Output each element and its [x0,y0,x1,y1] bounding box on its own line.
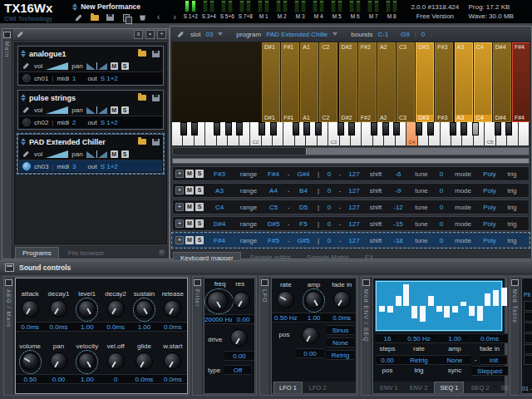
save-icon[interactable] [106,13,115,22]
seq-step[interactable] [396,296,401,306]
black-key[interactable] [259,122,265,135]
zone-c3[interactable]: C3C3 [397,42,415,122]
zone-note[interactable]: F#4 [205,237,234,244]
attack-knob[interactable] [22,299,39,320]
volume-fader[interactable] [46,106,68,114]
shift-value[interactable]: -9 [388,187,408,195]
black-key[interactable] [393,122,400,135]
volume-fader[interactable] [46,62,68,70]
modtable-vertical-tab[interactable]: Mod Table [510,277,520,395]
velocity-knob[interactable] [78,352,96,372]
trig-value[interactable]: Normal [523,170,530,178]
trig-value[interactable]: Retrig [400,355,438,365]
freq-knob[interactable] [209,291,229,312]
mute-button[interactable]: M [111,150,118,158]
lfo-sync-value[interactable]: None [327,337,354,347]
vel-high[interactable]: 127 [345,220,363,228]
solo-button[interactable]: S [121,106,129,114]
lfo-tab[interactable]: LFO 1 [273,382,303,393]
zone-row[interactable]: +MSF#3rangeF#4-G#4|0-127shift-6tune0mode… [172,166,530,181]
range-low[interactable]: A4 [264,187,283,195]
shift-value[interactable]: -12 [388,204,408,211]
modtable-row[interactable] [524,323,532,332]
next-icon[interactable]: › [170,13,179,22]
w.start-value[interactable]: 0.0ms [159,374,187,384]
fade-in-knob[interactable] [333,290,351,311]
save-icon[interactable] [150,50,160,58]
zone-solo-button[interactable]: S [195,203,204,211]
solo-button[interactable]: S [121,62,129,70]
pan-control[interactable] [86,106,107,114]
black-key[interactable] [225,122,232,135]
zone-mute-button[interactable]: M [185,203,194,211]
black-key[interactable] [348,122,355,135]
modtable-entry[interactable]: Pit [524,292,530,298]
zone-row[interactable]: +MSF#4rangeF#5-G#5|0-127shift-18tune0mod… [172,233,530,248]
w.start-knob[interactable] [164,352,181,372]
vel-low[interactable]: 0 [323,237,335,244]
output-value[interactable]: S 1+2 [101,75,118,82]
black-key[interactable] [416,122,422,135]
range-low[interactable]: F#5 [264,237,283,244]
range-high[interactable]: G#4 [293,170,313,178]
dot-icon[interactable]: • [145,30,155,39]
black-key[interactable] [472,122,479,135]
level1-knob[interactable] [78,299,96,320]
midi-channel-value[interactable]: 3 [72,163,76,170]
folder-icon[interactable] [137,138,147,146]
res-knob[interactable] [233,291,250,312]
black-key[interactable] [495,122,501,135]
vel-high[interactable]: 127 [345,187,363,195]
seq-step[interactable] [485,293,490,306]
programs-tab[interactable]: Programs [15,247,59,259]
pan-value[interactable]: 0.00 [44,374,72,384]
shift-value[interactable]: -15 [388,220,408,228]
seq-step[interactable] [379,306,385,312]
zone-note[interactable]: D#4 [205,220,234,228]
seq-step[interactable] [501,288,507,306]
sustain-knob[interactable] [135,299,153,320]
black-key[interactable] [214,122,220,135]
seq-step[interactable] [411,306,417,318]
copy-icon[interactable] [122,13,131,22]
filter-vertical-tab[interactable]: Filter [193,277,203,395]
modtable-row[interactable] [524,344,532,354]
zone-mute-button[interactable]: M [185,236,194,244]
tune-value[interactable]: 0 [435,237,448,244]
programs-tab[interactable]: File browser [62,248,111,259]
wrench-icon[interactable] [21,62,31,70]
black-key[interactable] [450,122,456,135]
bounds-low[interactable]: C-1 [378,31,389,38]
black-key[interactable] [427,122,434,135]
zone-fs1[interactable]: F#1F#1 [281,42,299,122]
add-zone-button[interactable]: + [175,186,184,195]
zone-map[interactable]: D#1D#1F#1F#1A1A1C2C2D#2D#2F#2F#2A2A2C3C3… [172,42,530,122]
zone-row[interactable]: +MSD#4rangeD#5-F5|0-127shift-15tune0mode… [172,216,530,231]
shift-value[interactable]: -6 [388,170,408,178]
modenv-tab[interactable]: SEQ 2 [466,382,494,393]
wrench-icon[interactable] [21,106,31,114]
level1-value[interactable]: 1.00 [73,322,101,332]
bounds-high[interactable]: G9 [401,31,410,38]
range-high[interactable]: G#5 [293,237,313,244]
program-value[interactable]: PAD Extended Chille [266,31,328,38]
rate-knob[interactable] [277,290,294,311]
trash-icon[interactable] [138,13,146,22]
performance-name[interactable]: New Performance [81,2,140,11]
keyboard-scrollbar[interactable] [172,147,530,155]
black-key[interactable] [337,122,344,135]
zone-ds4[interactable]: D#4D#4 [493,42,511,122]
lfo-tab[interactable]: LFO 2 [304,382,332,393]
aeg-vertical-tab[interactable]: AEG / Main [4,277,14,395]
open-folder-icon[interactable] [91,13,99,22]
volume-fader[interactable] [46,150,68,158]
zone-solo-button[interactable]: S [195,219,204,228]
channel-select-radio[interactable] [22,118,31,126]
prev-icon[interactable]: ‹ [155,13,163,22]
zone-a3[interactable]: A3A3 [455,42,473,122]
zone-note[interactable]: C4 [205,204,234,211]
sync-value[interactable]: None [439,355,470,365]
modenv-tab[interactable]: SEQ 1 [434,382,464,393]
drive-value[interactable]: 0.00 [224,351,254,361]
range-high[interactable]: F5 [293,220,313,228]
